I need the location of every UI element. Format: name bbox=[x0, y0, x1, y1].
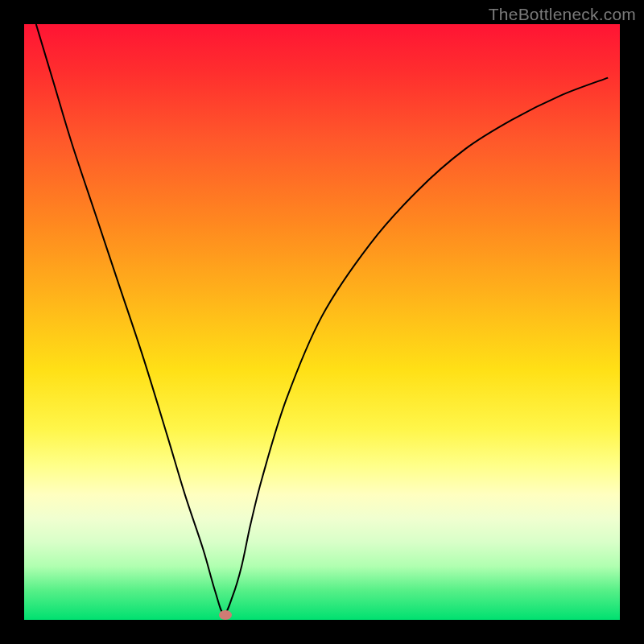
min-marker bbox=[219, 610, 232, 620]
bottleneck-curve bbox=[36, 24, 608, 614]
chart-container: TheBottleneck.com bbox=[0, 0, 644, 644]
curve-layer bbox=[24, 24, 620, 620]
watermark-text: TheBottleneck.com bbox=[489, 5, 636, 24]
plot-area bbox=[24, 24, 620, 620]
